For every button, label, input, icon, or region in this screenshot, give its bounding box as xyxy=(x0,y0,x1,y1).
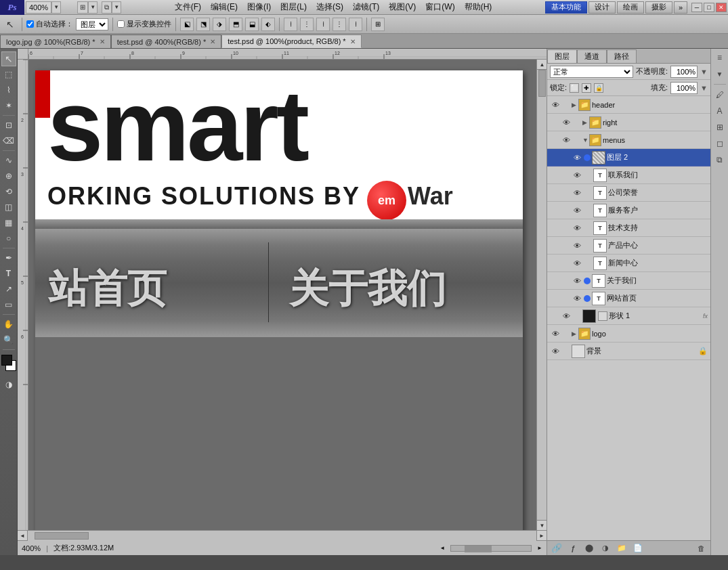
add-layer-icon[interactable]: 📄 xyxy=(631,542,645,554)
arrange-icon[interactable]: ⧉ xyxy=(102,1,112,14)
fg-color-swatch[interactable] xyxy=(1,355,12,366)
add-folder-icon[interactable]: 📁 xyxy=(615,542,628,554)
zoom-tool[interactable]: 🔍 xyxy=(1,332,16,347)
distribute-5-icon[interactable]: ⁞ xyxy=(349,18,362,31)
layer-item-tech[interactable]: 👁 T 技术支持 xyxy=(547,219,710,237)
rect-select-tool[interactable]: ⬚ xyxy=(1,67,16,82)
eye-icon-aboutus[interactable]: 👁 xyxy=(572,276,582,286)
align-left-icon[interactable]: ⬕ xyxy=(180,18,194,31)
tab-test-400[interactable]: test.psd @ 400%(RGB/8) * ✕ xyxy=(111,35,222,48)
panel-tool1[interactable]: 🖊 xyxy=(712,87,727,102)
auto-align-btn[interactable]: ⊞ xyxy=(371,18,385,31)
mode-btn-paint[interactable]: 绘画 xyxy=(617,1,644,14)
layer-item-header[interactable]: 👁 ▶ 📁 header xyxy=(547,96,710,114)
layer-item-news[interactable]: 👁 T 新闻中心 xyxy=(547,255,710,272)
scroll-track-h[interactable] xyxy=(28,531,536,541)
delete-layer-icon[interactable]: 🗑 xyxy=(694,542,708,554)
canvas-content[interactable]: smart ORKING SOLUTIONS BY em War xyxy=(28,60,536,530)
layer-item-shape1[interactable]: 👁 形状 1 fx xyxy=(547,307,710,325)
window-menu[interactable]: 窗口(W) xyxy=(421,0,458,14)
align-top-icon[interactable]: ⬒ xyxy=(229,18,242,31)
mode-btn-design[interactable]: 设计 xyxy=(588,1,616,14)
pen-tool[interactable]: ✒ xyxy=(1,250,16,265)
gradient-tool[interactable]: ▦ xyxy=(1,215,16,230)
scroll-up-btn[interactable]: ▲ xyxy=(537,60,547,70)
ps-logo[interactable]: Ps xyxy=(0,0,24,15)
layer-item-service[interactable]: 👁 T 服务客户 xyxy=(547,202,710,219)
show-transform-check[interactable]: 显示变换控件 xyxy=(117,19,171,29)
distribute-1-icon[interactable]: ⁞ xyxy=(284,18,297,31)
eye-icon-menus[interactable]: 👁 xyxy=(561,135,572,146)
hand-tool[interactable]: ✋ xyxy=(1,317,16,332)
tab-logo[interactable]: logo.jpg @ 100%(RGB/8) * ✕ xyxy=(0,35,111,48)
scroll-track-v[interactable] xyxy=(537,70,547,520)
eye-icon-header[interactable]: 👁 xyxy=(550,100,561,110)
panel-menu-icon[interactable]: ▼ xyxy=(712,66,727,81)
layer-item-bg[interactable]: 👁 背景 🔒 xyxy=(547,343,710,360)
scroll-right-btn[interactable]: ► xyxy=(536,531,547,541)
image-menu[interactable]: 图像(I) xyxy=(243,0,275,14)
eyedropper-tool[interactable]: ⌫ xyxy=(1,133,16,148)
panel-tool3[interactable]: ⊞ xyxy=(712,120,727,135)
eye-icon-service[interactable]: 👁 xyxy=(572,205,582,216)
mode-btn-photo[interactable]: 摄影 xyxy=(645,1,672,14)
eye-icon-shape1[interactable]: 👁 xyxy=(561,311,572,322)
layers-list[interactable]: 👁 ▶ 📁 header 👁 ▶ 📁 right xyxy=(547,96,710,540)
align-middle-h-icon[interactable]: ⬓ xyxy=(245,18,259,31)
shape-tool[interactable]: ▭ xyxy=(1,297,16,312)
zoom-dropdown[interactable]: ▼ xyxy=(51,1,61,14)
close-btn[interactable]: ✕ xyxy=(716,3,727,12)
tab-paths[interactable]: 路径 xyxy=(607,49,637,63)
dodge-tool[interactable]: ○ xyxy=(1,231,16,246)
lock-pixels-icon[interactable]: ⬜ xyxy=(570,83,579,93)
scroll-thumb-h[interactable] xyxy=(35,532,89,540)
tab-close-1[interactable]: ✕ xyxy=(210,38,215,45)
eye-icon-tech[interactable]: 👁 xyxy=(572,223,582,234)
blend-mode-select[interactable]: 正常 xyxy=(550,66,633,78)
brush-tool[interactable]: ∿ xyxy=(1,153,16,168)
mode-btn-basic[interactable]: 基本功能 xyxy=(545,1,587,14)
eye-icon-layer2[interactable]: 👁 xyxy=(572,152,582,163)
add-style-icon[interactable]: ƒ xyxy=(566,542,580,554)
scroll-status-bar[interactable] xyxy=(450,545,532,552)
filter-menu[interactable]: 滤镜(T) xyxy=(349,0,383,14)
layer-item-homepage[interactable]: 👁 T 网站首页 xyxy=(547,290,710,307)
distribute-3-icon[interactable]: ⁞ xyxy=(316,18,330,31)
move-tool[interactable]: ↖ xyxy=(1,51,16,66)
panel-tool5[interactable]: ⧉ xyxy=(712,152,727,167)
tab-layers[interactable]: 图层 xyxy=(547,49,577,63)
select-path-tool[interactable]: ↗ xyxy=(1,282,16,297)
view-mode-icon[interactable]: ⊞ xyxy=(77,1,88,14)
layer-menu[interactable]: 图层(L) xyxy=(276,0,311,14)
layer-item-layer2[interactable]: 👁 图层 2 xyxy=(547,149,710,167)
magic-wand-tool[interactable]: ✶ xyxy=(1,98,16,113)
color-swatches[interactable] xyxy=(1,355,16,374)
tab-close-2[interactable]: ✕ xyxy=(350,38,356,45)
eraser-tool[interactable]: ◫ xyxy=(1,200,16,215)
add-link-icon[interactable]: 🔗 xyxy=(550,542,563,554)
scroll-status-left[interactable]: ◄ xyxy=(440,545,445,551)
fill-input[interactable] xyxy=(670,82,698,94)
opacity-input[interactable] xyxy=(670,66,698,78)
help-menu[interactable]: 帮助(H) xyxy=(461,0,496,14)
scroll-thumb-v[interactable] xyxy=(538,70,546,97)
crop-tool[interactable]: ⊡ xyxy=(1,118,16,133)
tab-channels[interactable]: 通道 xyxy=(577,49,607,63)
quick-mask-btn[interactable]: ◑ xyxy=(1,377,16,392)
edit-menu[interactable]: 编辑(E) xyxy=(207,0,242,14)
layer-select[interactable]: 图层 xyxy=(76,18,108,30)
eye-icon-homepage[interactable]: 👁 xyxy=(572,293,582,304)
layer-item-honor[interactable]: 👁 T 公司荣誉 xyxy=(547,184,710,202)
more-btn[interactable]: » xyxy=(674,1,687,14)
eye-icon-logo[interactable]: 👁 xyxy=(550,328,561,339)
layer-item-aboutus[interactable]: 👁 T 关于我们 xyxy=(547,272,710,290)
arrange-dropdown[interactable]: ▼ xyxy=(112,1,121,14)
distribute-2-icon[interactable]: ⋮ xyxy=(300,18,314,31)
panel-tool4[interactable]: ◻ xyxy=(712,136,727,151)
layer-item-menus[interactable]: 👁 ▼ 📁 menus xyxy=(547,131,710,149)
select-menu[interactable]: 选择(S) xyxy=(312,0,347,14)
show-transform-checkbox[interactable] xyxy=(117,20,125,28)
eye-icon-contact[interactable]: 👁 xyxy=(572,170,582,181)
eye-icon-honor[interactable]: 👁 xyxy=(572,188,582,198)
layer-item-product[interactable]: 👁 T 产品中心 xyxy=(547,237,710,255)
